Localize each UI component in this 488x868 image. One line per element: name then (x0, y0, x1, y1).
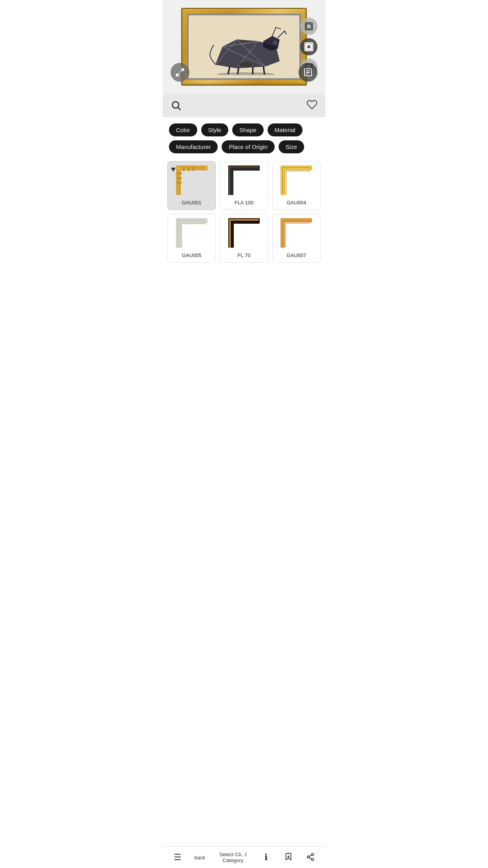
svg-point-15 (238, 61, 253, 68)
search-icon-wrap[interactable] (171, 100, 306, 111)
svg-point-32 (178, 167, 180, 170)
svg-rect-34 (176, 177, 182, 179)
artwork-canvas (189, 15, 299, 78)
tag-style[interactable]: Style (201, 123, 228, 136)
item-heart-gau001[interactable]: ♥ (171, 165, 176, 174)
frame-style-1-button[interactable] (300, 18, 317, 35)
svg-rect-36 (183, 166, 185, 171)
frame-item-fl70[interactable]: FL 70 (220, 214, 268, 263)
tag-place-of-origin[interactable]: Place of Origin (222, 140, 274, 153)
frame-corner-gau007 (281, 218, 312, 248)
svg-point-4 (274, 42, 276, 44)
frame-corner-gau004 (281, 166, 312, 195)
svg-rect-20 (307, 45, 311, 49)
svg-point-14 (217, 73, 274, 75)
svg-rect-17 (306, 24, 311, 29)
svg-line-30 (178, 107, 180, 110)
svg-point-29 (172, 102, 179, 108)
artwork-frame (181, 8, 307, 86)
search-icon (171, 100, 182, 111)
frame-name-gau005: GAU005 (182, 252, 202, 258)
frame-item-fla100[interactable]: FLA 100 (220, 161, 268, 210)
heart-icon-wrap[interactable] (306, 99, 317, 112)
frame-corner-fla100 (228, 166, 260, 195)
svg-rect-37 (188, 166, 189, 171)
tag-shape[interactable]: Shape (232, 123, 263, 136)
frame-item-gau001[interactable]: ♥ GAU001 (167, 161, 216, 210)
tag-manufacturer[interactable]: Manufacturer (169, 140, 218, 153)
frame-name-fl70: FL 70 (238, 252, 251, 258)
frame-corner-gau001 (176, 166, 207, 195)
heart-icon (306, 99, 317, 110)
filter-button[interactable] (299, 63, 317, 82)
svg-rect-35 (176, 182, 182, 184)
frame-outer (181, 8, 307, 86)
frame-inner (187, 14, 301, 80)
expand-button[interactable] (171, 63, 189, 82)
frame-item-gau005[interactable]: GAU005 (167, 214, 216, 263)
filter-tags-container: Color Style Shape Material Manufacturer … (163, 117, 325, 156)
frame-item-gau007[interactable]: GAU007 (272, 214, 321, 263)
frame-name-gau007: GAU007 (286, 252, 306, 258)
svg-rect-33 (176, 173, 182, 174)
tag-color[interactable]: Color (169, 123, 197, 136)
artwork-section (163, 0, 325, 94)
frame-name-fla100: FLA 100 (235, 200, 253, 206)
search-bar (163, 94, 325, 117)
frame-style-2-button[interactable] (300, 38, 317, 55)
tag-material[interactable]: Material (268, 123, 303, 136)
svg-rect-38 (193, 166, 194, 171)
artwork-svg (194, 18, 294, 75)
frame-corner-fl70 (228, 218, 260, 248)
frame-name-gau004: GAU004 (286, 200, 306, 206)
frames-grid: ♥ GAU001 FLA 100 (163, 156, 325, 267)
frame-item-gau004[interactable]: GAU004 (272, 161, 321, 210)
tag-size[interactable]: Size (279, 140, 304, 153)
frame-corner-gau005 (176, 218, 207, 248)
frame-name-gau001: GAU001 (182, 200, 202, 206)
